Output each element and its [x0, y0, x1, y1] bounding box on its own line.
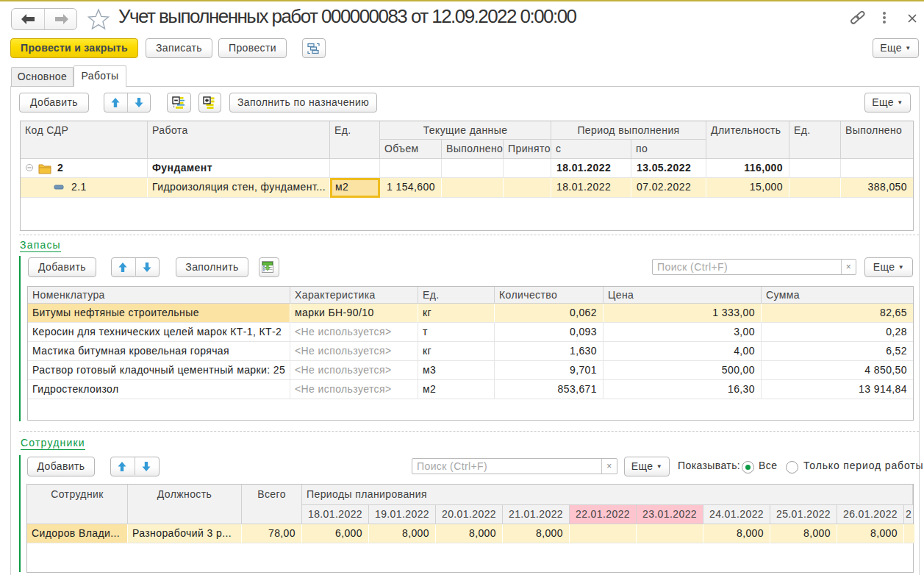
- svg-text:2: 2: [57, 162, 63, 174]
- svg-text:2.1: 2.1: [71, 181, 87, 193]
